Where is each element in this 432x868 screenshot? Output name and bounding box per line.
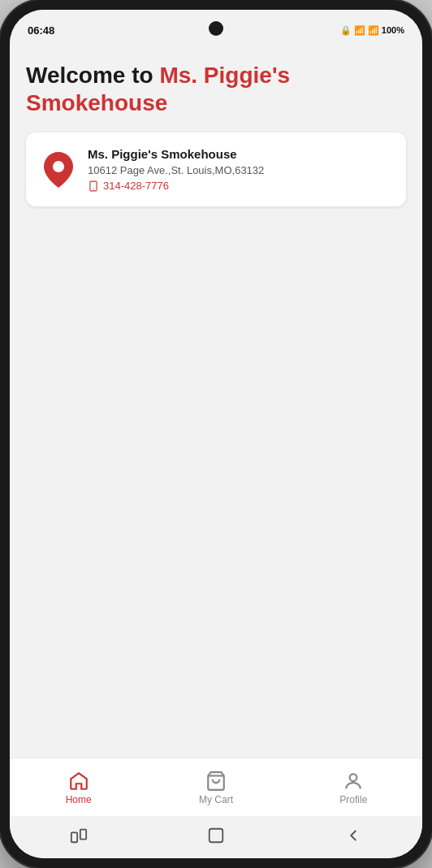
profile-icon [343, 770, 364, 792]
android-recent-button[interactable] [70, 827, 88, 844]
status-time: 06:48 [28, 24, 54, 37]
nav-label-cart: My Cart [199, 794, 233, 805]
svg-point-0 [53, 161, 64, 172]
android-back-button[interactable] [344, 827, 362, 844]
status-icons: 🔒 📶 📶 100% [340, 25, 404, 36]
cart-icon [205, 770, 227, 792]
map-pin-icon [41, 152, 76, 188]
phone-frame: 06:48 🔒 📶 📶 100% Welcome to Ms. Piggie's… [0, 0, 432, 868]
main-content: Welcome to Ms. Piggie's Smokehouse Ms. P… [10, 46, 422, 757]
location-phone[interactable]: 314-428-7776 [88, 180, 264, 192]
welcome-prefix: Welcome to [26, 63, 159, 88]
location-card[interactable]: Ms. Piggie's Smokehouse 10612 Page Ave.,… [26, 132, 406, 206]
bottom-navigation: Home My Cart [10, 757, 422, 816]
nav-label-profile: Profile [339, 794, 367, 805]
svg-point-2 [93, 189, 93, 189]
svg-rect-7 [210, 829, 223, 843]
nav-item-cart[interactable]: My Cart [188, 770, 244, 805]
welcome-heading: Welcome to Ms. Piggie's Smokehouse [26, 62, 406, 116]
svg-rect-4 [71, 832, 76, 842]
android-nav-bar [10, 816, 422, 858]
nav-item-home[interactable]: Home [50, 770, 107, 805]
phone-screen: 06:48 🔒 📶 📶 100% Welcome to Ms. Piggie's… [10, 10, 422, 858]
svg-point-3 [350, 774, 357, 781]
location-info: Ms. Piggie's Smokehouse 10612 Page Ave.,… [88, 147, 264, 192]
location-address: 10612 Page Ave.,St. Louis,MO,63132 [88, 164, 264, 176]
nav-label-home: Home [66, 794, 92, 805]
phone-number: 314-428-7776 [103, 180, 169, 192]
battery-icon: 🔒 📶 📶 [340, 25, 379, 36]
android-home-button[interactable] [207, 827, 225, 844]
location-name: Ms. Piggie's Smokehouse [88, 147, 264, 161]
nav-item-profile[interactable]: Profile [325, 770, 382, 805]
battery-level: 100% [382, 25, 404, 35]
home-icon [68, 770, 89, 792]
svg-rect-5 [80, 830, 85, 840]
camera-notch [209, 21, 223, 36]
